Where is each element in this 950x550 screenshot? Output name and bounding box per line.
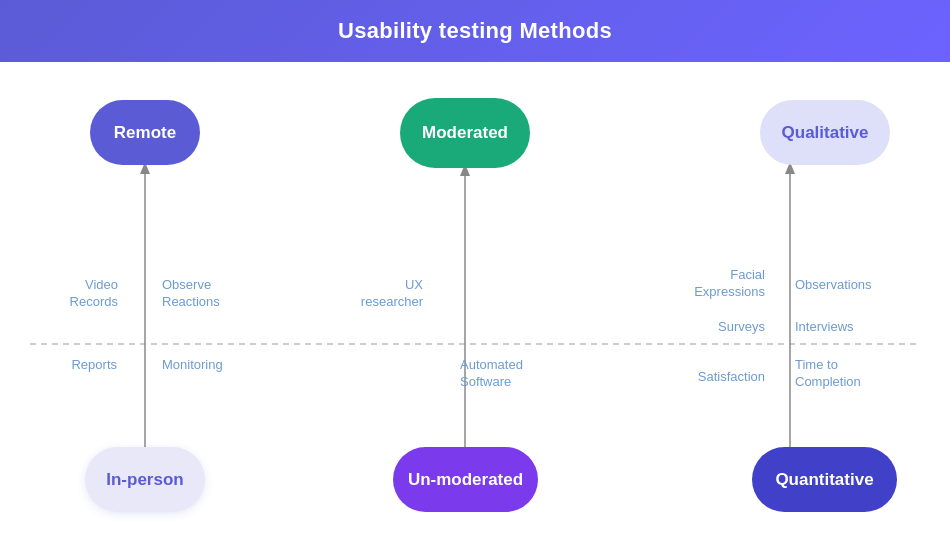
label-interviews: Interviews xyxy=(795,319,895,336)
label-satisfaction: Satisfaction xyxy=(670,369,765,386)
label-video-records: Video Records xyxy=(38,277,118,311)
label-facial-expressions: Facial Expressions xyxy=(670,267,765,301)
pill-quantitative: Quantitative xyxy=(752,447,897,512)
pill-unmoderated: Un-moderated xyxy=(393,447,538,512)
pill-qualitative: Qualitative xyxy=(760,100,890,165)
label-observe-reactions: Observe Reactions xyxy=(162,277,252,311)
pill-inperson: In-person xyxy=(85,447,205,512)
label-monitoring: Monitoring xyxy=(162,357,252,374)
diagram-area: Remote In-person Moderated Un-moderated … xyxy=(0,62,950,542)
page-title: Usability testing Methods xyxy=(338,18,612,43)
label-observations: Observations xyxy=(795,277,895,294)
header: Usability testing Methods xyxy=(0,0,950,62)
pill-remote: Remote xyxy=(90,100,200,165)
label-surveys: Surveys xyxy=(670,319,765,336)
label-automated-software: Automated Software xyxy=(460,357,550,391)
label-time-completion: Time to Completion xyxy=(795,357,895,391)
label-reports: Reports xyxy=(52,357,117,374)
label-ux-researcher: UX researcher xyxy=(343,277,423,311)
pill-moderated: Moderated xyxy=(400,98,530,168)
